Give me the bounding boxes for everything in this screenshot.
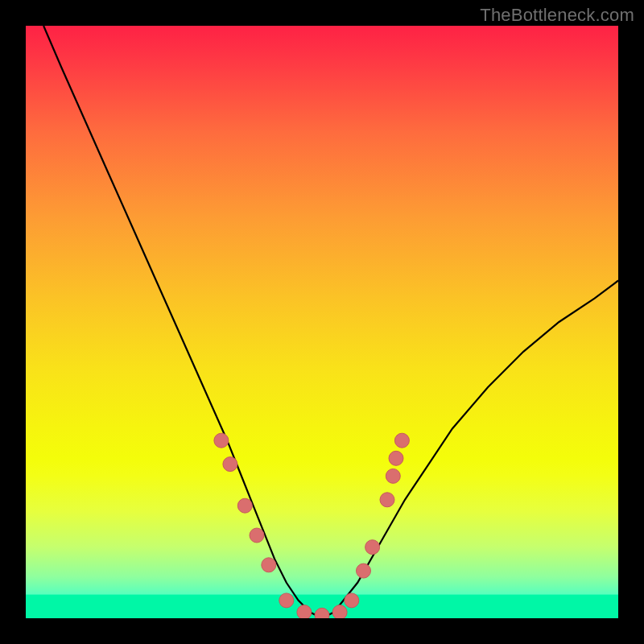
curve-markers [214,433,410,618]
curve-marker [365,540,380,555]
curve-marker [315,608,329,618]
watermark-text: TheBottleneck.com [480,5,634,26]
curve-marker [357,564,371,578]
plot-area [26,26,618,618]
curve-marker [332,605,347,618]
curve-marker [380,493,394,507]
curve-marker [297,605,312,618]
chart-overlay [26,26,618,618]
curve-marker [345,593,359,608]
curve-marker [223,457,237,472]
curve-marker [389,451,403,465]
curve-marker [386,469,400,483]
curve-marker [279,593,294,608]
curve-marker [394,433,409,448]
curve-marker [214,433,229,448]
curve-marker [262,558,276,572]
chart-frame: TheBottleneck.com [0,0,644,644]
curve-marker [250,528,264,543]
bottleneck-curve [43,26,618,618]
curve-marker [237,498,252,513]
